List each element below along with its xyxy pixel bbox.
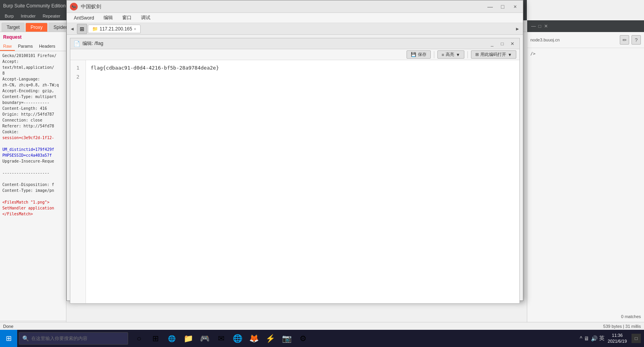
antsword-window: 🐜 中国蚁剑 — □ × AntSword 编辑 窗口 调试 ◄ ⊞ 📁 xyxy=(66,0,523,301)
taskbar-app-edge[interactable]: 🌐 xyxy=(164,330,180,347)
ant-grid-view-btn[interactable]: ⊞ xyxy=(77,24,87,34)
file-editor: 📄 编辑: /flag _ □ ✕ 💾 保存 ≡ 高亮 xyxy=(70,38,520,304)
status-bar: Done 539 bytes | 31 millis xyxy=(0,322,644,330)
burp-title: Burp Suite Community Edition xyxy=(3,3,66,9)
tray-display-icon[interactable]: 🖥 xyxy=(584,335,589,342)
taskbar-app-firefox[interactable]: 🦊 xyxy=(246,330,262,347)
file-folder-icon: 📄 xyxy=(73,41,80,47)
right-close-btn[interactable]: ✕ xyxy=(543,23,549,29)
notification-btn[interactable]: □ xyxy=(632,334,641,343)
code-content[interactable]: flag{cdbaac91-d0d4-4216-bf5b-28a9784dea2… xyxy=(86,60,519,303)
editor-restore-btn[interactable]: _ xyxy=(488,40,496,48)
antsword-titlebar: 🐜 中国蚁剑 — □ × xyxy=(67,0,523,13)
req-tab-headers[interactable]: Headers xyxy=(36,42,59,51)
right-info-btn[interactable]: ? xyxy=(632,35,641,45)
antsword-tabbar: ◄ ⊞ 📁 117.21.200.165 × ► xyxy=(67,23,523,35)
editor-close-btn[interactable]: ✕ xyxy=(508,40,516,48)
highlight-button[interactable]: ≡ 高亮 ▼ xyxy=(437,50,464,59)
ant-menu-antsword[interactable]: AntSword xyxy=(70,14,98,21)
burp-menu-intruder[interactable]: Intruder xyxy=(18,13,39,19)
done-status: Done xyxy=(0,324,16,329)
right-edit-btn[interactable]: ✏ xyxy=(620,35,629,45)
bottom-right-stats: 539 bytes | 31 millis xyxy=(603,324,644,329)
req-line-2: Accept: xyxy=(2,59,64,64)
req-content-disp: Content-Disposition: f xyxy=(2,182,64,188)
system-clock[interactable]: 11:36 2021/6/19 xyxy=(608,333,627,345)
taskbar-app-power[interactable]: ⚡ xyxy=(262,330,278,347)
open-with-label: 用此编码打开 xyxy=(480,52,506,57)
right-maximize-btn[interactable]: □ xyxy=(537,23,543,29)
open-with-dropdown-icon: ▼ xyxy=(508,52,512,57)
taskbar-app-mail[interactable]: ✉ xyxy=(213,330,229,347)
save-icon: 💾 xyxy=(411,52,416,57)
app-icon-symbol: 🐜 xyxy=(71,4,76,9)
matches-text: 0 matches xyxy=(621,314,641,319)
burp-menu-burp[interactable]: Burp xyxy=(2,13,17,19)
tray-lang-icon[interactable]: 英 xyxy=(599,335,605,342)
flag-line: flag{cdbaac91-d0d4-4216-bf5b-28a9784dea2… xyxy=(91,63,515,72)
ant-menu-debug[interactable]: 调试 xyxy=(137,14,154,22)
tray-arrow-icon[interactable]: ^ xyxy=(580,335,582,342)
request-tabs: Raw Params Headers xyxy=(0,42,66,51)
ant-menu-edit[interactable]: 编辑 xyxy=(100,14,117,22)
file-editor-container: 📄 编辑: /flag _ □ ✕ 💾 保存 ≡ 高亮 xyxy=(70,38,520,304)
save-label: 保存 xyxy=(418,52,426,57)
save-button[interactable]: 💾 保存 xyxy=(407,50,431,59)
ant-tab-server[interactable]: 📁 117.21.200.165 × xyxy=(88,25,141,33)
empty-line xyxy=(91,72,515,81)
tray-icons: ^ 🖥 🔊 英 xyxy=(580,335,605,342)
req-dashes: -------------------- xyxy=(2,170,64,176)
highlight-dropdown-icon: ▼ xyxy=(456,52,460,57)
folder-icon: 📁 xyxy=(92,26,98,32)
taskbar-search[interactable]: 🔍 xyxy=(19,332,128,345)
taskbar: ⊞ 🔍 ○ ⊞ 🌐 📁 🎮 ✉ 🌐 🦊 ⚡ 📷 ⚙ ^ 🖥 🔊 英 11:36 … xyxy=(0,330,644,347)
line-numbers: 1 2 xyxy=(70,60,86,303)
ant-tab-close-btn[interactable]: × xyxy=(134,27,136,31)
open-with-button[interactable]: ⊞ 用此编码打开 ▼ xyxy=(471,50,516,59)
burp-background: Burp Suite Community Edition — □ ✕ Burp … xyxy=(0,0,644,347)
taskbar-app-settings[interactable]: ⚙ xyxy=(295,330,311,347)
taskbar-app-cortana[interactable]: ○ xyxy=(131,330,147,347)
highlight-label: 高亮 xyxy=(446,52,454,57)
antsword-minimize-btn[interactable]: — xyxy=(485,2,495,11)
burp-right-titlebar: — □ ✕ xyxy=(527,20,644,32)
antsword-maximize-btn[interactable]: □ xyxy=(498,2,507,11)
right-code-text: /> xyxy=(530,51,535,56)
ant-nav-back[interactable]: ◄ xyxy=(68,25,76,33)
ant-menu-window[interactable]: 窗口 xyxy=(118,14,136,22)
line-num-2: 2 xyxy=(70,72,86,81)
editor-toolbar: 💾 保存 ≡ 高亮 ▼ ⊞ 用此编码打开 ▼ xyxy=(70,49,519,60)
req-blank-3 xyxy=(2,176,64,182)
req-um: UM_distinctid=179f429f xyxy=(2,147,64,152)
burp-tab-target[interactable]: Target xyxy=(2,23,25,32)
taskbar-app-explorer[interactable]: 📁 xyxy=(180,330,196,347)
taskbar-app-photo[interactable]: 📷 xyxy=(279,330,294,347)
tray-volume-icon[interactable]: 🔊 xyxy=(591,335,598,342)
req-line-12: Connection: close xyxy=(2,117,64,123)
request-label: Request xyxy=(0,32,66,42)
req-line-1: Gecko/20100101 Firefox/ xyxy=(2,53,64,59)
editor-expand-btn[interactable]: □ xyxy=(498,40,506,48)
search-input[interactable] xyxy=(31,336,117,341)
req-content-type: Content-Type: image/pn xyxy=(2,188,64,193)
right-minimize-btn[interactable]: — xyxy=(530,23,537,29)
taskbar-apps: ○ ⊞ 🌐 📁 🎮 ✉ 🌐 🦊 ⚡ 📷 ⚙ xyxy=(131,330,311,347)
highlight-icon: ≡ xyxy=(442,52,444,57)
req-filesmatch-open: <FilesMatch "1.png"> xyxy=(2,199,64,205)
taskbar-app-browser2[interactable]: 🌐 xyxy=(230,330,245,347)
req-line-8: Content-Type: multipart xyxy=(2,94,64,100)
search-icon: 🔍 xyxy=(22,335,29,342)
req-tab-params[interactable]: Params xyxy=(15,42,36,51)
start-button[interactable]: ⊞ xyxy=(0,330,17,347)
line-num-1: 1 xyxy=(70,63,86,72)
req-tab-raw[interactable]: Raw xyxy=(0,42,15,51)
req-line-3: text/html,application/ xyxy=(2,64,64,70)
burp-tab-proxy[interactable]: Proxy xyxy=(25,23,48,32)
req-filesmatch-close: </FilesMatch> xyxy=(2,211,64,217)
burp-menu-repeater[interactable]: Repeater xyxy=(39,13,63,19)
taskbar-app-game[interactable]: 🎮 xyxy=(197,330,212,347)
antsword-close-btn[interactable]: × xyxy=(510,2,520,11)
ant-tab-label: 117.21.200.165 xyxy=(100,26,132,32)
ant-nav-right[interactable]: ► xyxy=(514,25,521,33)
taskbar-app-taskview[interactable]: ⊞ xyxy=(148,330,163,347)
